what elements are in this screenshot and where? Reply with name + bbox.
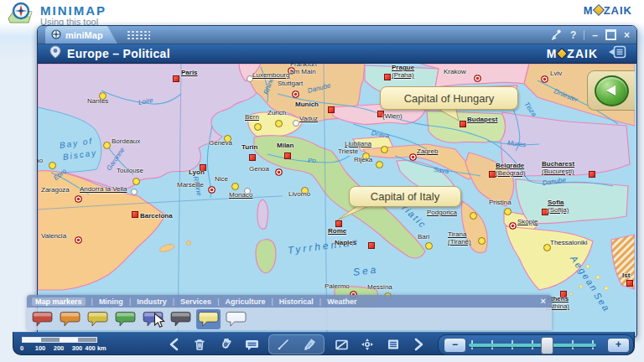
zoom-slider-track[interactable] [469,344,596,347]
panel-tab-services[interactable]: Services [180,297,211,306]
callout-bubble: Capital of Hungary [380,86,518,110]
back-button[interactable] [595,75,629,106]
forward-chevron-button[interactable] [410,335,428,354]
arrow-left-icon [606,85,615,96]
window-tab-bar: miniMap ? – × [38,26,636,44]
green-marker[interactable] [113,309,138,329]
tab-separator: | [319,297,321,306]
location-pin-icon [49,45,61,62]
scale-label: 300 [72,344,83,352]
hand-icon[interactable] [216,335,235,354]
highlighter-icon[interactable] [300,335,319,354]
diamond-icon [593,4,605,16]
back-chevron-button[interactable] [164,335,183,354]
drawing-tool-group [268,334,325,354]
panel-tab-agriculture[interactable]: Agriculture [225,297,265,306]
pale-yellow-marker[interactable] [196,309,221,329]
select-frame-icon[interactable] [332,335,351,354]
panel-tab-industry[interactable]: Industry [137,297,167,306]
trash-icon[interactable] [190,335,209,354]
bottom-toolbar: 0100200300400 km − + [13,332,635,355]
map-header: Europe – Political MZAIK [38,44,636,64]
divider [584,30,584,40]
zoom-out-button[interactable]: − [444,338,466,353]
draw-line-icon[interactable] [274,335,293,354]
red-marker[interactable] [30,309,55,329]
minimap-window: miniMap ? – × Europe – Political MZAIK [37,25,637,338]
side-panel-tab [587,70,635,111]
scale-label: 200 [54,344,65,352]
marker-row [27,308,552,330]
panel-tab-mining[interactable]: Mining [99,297,123,306]
page-title: Europe – Political [67,47,170,60]
tab-separator: | [217,297,219,306]
pan-move-icon[interactable] [358,335,377,354]
comment-bubble-icon[interactable] [242,335,261,354]
tab-separator: | [91,297,93,306]
mouse-cursor [153,313,166,332]
close-button[interactable]: × [624,30,630,40]
tab-separator: | [173,297,174,306]
pin-icon[interactable] [551,28,563,42]
scale-bar [22,337,97,343]
panel-close-button[interactable]: × [541,296,546,306]
compass-icon [51,29,61,41]
mozaik-header-logo: MZAIK [547,47,598,60]
panel-tab-weather[interactable]: Weather [327,297,356,306]
help-button[interactable]: ? [570,30,576,40]
app-logo: MINIMAP Using this tool [7,2,106,28]
orange-marker[interactable] [58,309,82,329]
app-title: MINIMAP [40,3,106,18]
panel-tab-historical[interactable]: Historical [279,297,314,306]
mozaik-logo: MZAIK [584,4,632,17]
tab-label: miniMap [65,30,103,40]
scale-label: 100 [35,344,46,352]
minimize-button[interactable]: – [592,30,598,40]
drag-handle-icon[interactable] [127,30,150,40]
maximize-button[interactable] [605,29,616,40]
scale-label: 0 [20,344,23,352]
zoom-control: − + [438,334,634,355]
marker-panel-tabs: Map markers|Mining|Industry|Services|Agr… [27,295,552,308]
map-markers-panel: Map markers|Mining|Industry|Services|Agr… [27,295,552,330]
toggle-sidebar-icon[interactable] [608,45,626,62]
tab-separator: | [129,297,131,306]
compass-map-icon [7,2,35,28]
white-marker[interactable] [224,309,248,329]
scale-label: 400 km [85,344,106,352]
panel-tab-map-markers[interactable]: Map markers [32,297,86,306]
zoom-in-button[interactable]: + [607,338,630,353]
legend-list-icon[interactable] [384,335,402,354]
callout-bubble: Capital of Italy [349,186,461,207]
zoom-slider-thumb[interactable] [541,337,553,354]
tab-separator: | [271,297,273,306]
tab-minimap[interactable]: miniMap [45,26,117,44]
gray-marker[interactable] [169,309,193,329]
yellow-marker[interactable] [86,309,110,329]
map-scale: 0100200300400 km [22,337,97,352]
